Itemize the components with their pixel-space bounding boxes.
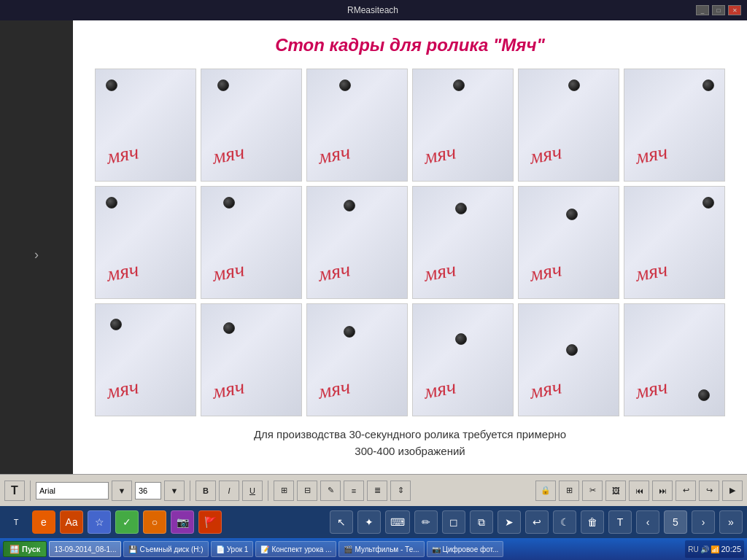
ball-dot [223, 197, 235, 209]
next-btn[interactable]: › [692, 510, 715, 534]
text-btn[interactable]: T [608, 510, 632, 534]
image-cell-1-4[interactable]: мяч [412, 69, 514, 182]
prev-btn[interactable]: ‹ [636, 510, 659, 534]
lock-btn[interactable]: 🔒 [535, 481, 556, 501]
ball-dot [110, 319, 122, 330]
image-cell-3-3[interactable]: мяч [306, 303, 408, 416]
more-btn[interactable]: ▶ [722, 481, 743, 501]
image-cell-3-1[interactable]: мяч [95, 303, 196, 416]
window-controls[interactable]: _ □ ✕ [696, 5, 741, 15]
separator [30, 481, 31, 501]
ball-dot [566, 209, 578, 220]
tray-ru: RU [688, 545, 698, 553]
image-cell-2-3[interactable]: мяч [306, 186, 408, 299]
format-btn-1[interactable]: ⊞ [274, 481, 294, 501]
format-btn-3[interactable]: ✎ [320, 481, 341, 501]
myach-label: мяч [105, 375, 141, 403]
image-cell-3-5[interactable]: мяч [518, 303, 619, 416]
font-dropdown-button[interactable]: ▼ [112, 481, 132, 501]
myach-label: мяч [634, 375, 670, 403]
image-cell-2-4[interactable]: мяч [412, 186, 514, 299]
images-grid: мяч мяч мяч мяч мяч [95, 69, 725, 416]
bold-button[interactable]: B [196, 481, 216, 501]
taskbar-item-1[interactable]: 13-09-2014_08-1... [49, 541, 121, 557]
duplicate-btn[interactable]: ⧉ [470, 510, 493, 534]
ball-dot [344, 326, 355, 338]
image-cell-3-4[interactable]: мяч [412, 303, 514, 416]
format-btn-2[interactable]: ⊟ [297, 481, 317, 501]
grid-btn[interactable]: ⊞ [559, 481, 579, 501]
font-size-input[interactable] [135, 482, 161, 499]
font-name-input[interactable] [36, 482, 109, 499]
minimize-button[interactable]: _ [696, 5, 709, 15]
nav-next-btn[interactable]: ⏭ [652, 481, 673, 501]
image-cell-2-6[interactable]: мяч [624, 186, 725, 299]
myach-label: мяч [528, 257, 564, 286]
arrow-right-btn[interactable]: ➤ [498, 510, 521, 534]
taskbar-item-2[interactable]: 💾 Съемный диск (H:) [123, 541, 208, 557]
taskbar-item-6[interactable]: 📷 Цифровое фот... [427, 541, 504, 557]
text-tool-button[interactable]: T [4, 481, 25, 501]
footer-line2: 300-400 изображений [254, 443, 566, 460]
slide: Стоп кадры для ролика "Мяч" мяч мяч мяч [73, 20, 747, 474]
italic-button[interactable]: I [219, 481, 239, 501]
image-cell-1-6[interactable]: мяч [624, 69, 725, 182]
myach-label: мяч [422, 375, 458, 403]
taskbar-item-4[interactable]: 📝 Конспект урока ... [255, 541, 336, 557]
image-cell-3-2[interactable]: мяч [201, 303, 302, 416]
image-cell-1-3[interactable]: мяч [306, 69, 408, 182]
close-button[interactable]: ✕ [728, 5, 741, 15]
maximize-button[interactable]: □ [712, 5, 725, 15]
image-cell-1-2[interactable]: мяч [201, 69, 302, 182]
title-bar: RMeasiteach _ □ ✕ [0, 0, 747, 20]
myach-label: мяч [528, 375, 564, 403]
moon-btn[interactable]: ☾ [553, 510, 576, 534]
image-cell-3-6[interactable]: мяч [624, 303, 725, 416]
eraser-btn[interactable]: e [32, 510, 55, 534]
image-cell-2-2[interactable]: мяч [201, 186, 302, 299]
t-label-btn[interactable]: T [4, 510, 28, 534]
image-cell-1-5[interactable]: мяч [518, 69, 619, 182]
far-right-btn[interactable]: » [719, 510, 743, 534]
camera-btn[interactable]: 📷 [171, 510, 194, 534]
format-btn-5[interactable]: ≣ [367, 481, 387, 501]
format-btn-4[interactable]: ≡ [344, 481, 364, 501]
flag-btn[interactable]: 🚩 [198, 510, 222, 534]
start-button[interactable]: 🪟 Пуск [3, 541, 47, 557]
star2-btn[interactable]: ✦ [357, 510, 381, 534]
circle-btn[interactable]: ○ [143, 510, 166, 534]
ball-dot [223, 322, 235, 334]
format-btn-6[interactable]: ⇕ [390, 481, 411, 501]
nav-prev-btn[interactable]: ⏮ [629, 481, 649, 501]
myach-label: мяч [105, 257, 141, 286]
image-cell-2-5[interactable]: мяч [518, 186, 619, 299]
undo-btn2[interactable]: ↩ [676, 481, 696, 501]
ball-dot [698, 389, 710, 401]
myach-label: мяч [634, 140, 670, 168]
tray-icons: 🔊 📶 [700, 545, 720, 553]
image-cell-2-1[interactable]: мяч [95, 186, 196, 299]
taskbar-item-3[interactable]: 📄 Урок 1 [211, 541, 254, 557]
myach-label: мяч [211, 140, 247, 168]
separator [190, 481, 190, 501]
underline-button[interactable]: U [242, 481, 263, 501]
brush-btn[interactable]: ✏ [414, 510, 438, 534]
crop-btn[interactable]: ✂ [582, 481, 603, 501]
redo-btn2[interactable]: ↪ [699, 481, 719, 501]
font-size-dropdown-button[interactable]: ▼ [164, 481, 185, 501]
ball-dot [455, 203, 467, 214]
image-cell-1-1[interactable]: мяч [95, 69, 196, 182]
cursor-btn[interactable]: ↖ [330, 510, 353, 534]
keyboard-btn[interactable]: ⌨ [385, 510, 410, 534]
check-btn[interactable]: ✓ [115, 510, 139, 534]
ball-dot [106, 79, 117, 91]
undo-btn[interactable]: ↩ [525, 510, 549, 534]
star-btn[interactable]: ☆ [88, 510, 111, 534]
left-sidebar: › [0, 20, 73, 474]
nav-arrow-left[interactable]: › [34, 247, 39, 262]
pen-btn[interactable]: Aa [60, 510, 83, 534]
taskbar-item-5[interactable]: 🎬 Мультфильм - Те... [338, 541, 424, 557]
img-btn[interactable]: 🖼 [605, 481, 626, 501]
shapes-btn[interactable]: ◻ [442, 510, 465, 534]
delete-btn[interactable]: 🗑 [581, 510, 604, 534]
